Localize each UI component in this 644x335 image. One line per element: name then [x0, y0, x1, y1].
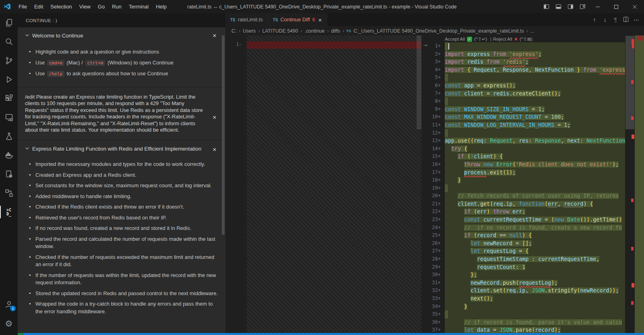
split-editor-icon[interactable] — [621, 17, 631, 23]
code-line[interactable] — [445, 97, 625, 105]
reject-x-icon[interactable]: × — [514, 36, 518, 42]
code-line[interactable]: const app = express(); — [445, 82, 625, 90]
search-icon[interactable] — [0, 32, 18, 51]
code-token: (( — [467, 138, 474, 144]
restore-button[interactable] — [607, 0, 625, 13]
run-debug-icon[interactable] — [0, 70, 18, 89]
next-change-icon[interactable]: ↓ — [600, 17, 610, 23]
line-number: 14+ — [421, 145, 445, 153]
code-line[interactable] — [445, 42, 625, 50]
code-line[interactable]: import { Request, Response, NextFunction… — [445, 66, 625, 74]
code-line[interactable]: } — [445, 303, 625, 311]
remote-indicator[interactable] — [18, 333, 24, 335]
code-line[interactable]: const WINDOW_SIZE_IN_HOURS = 1; — [445, 105, 625, 114]
left-pane-scrollbar[interactable] — [417, 35, 421, 129]
sidebar-scrollbar[interactable] — [222, 35, 225, 235]
title-bar: FileEditSelectionViewGoRunTerminalHelp r… — [0, 0, 644, 13]
code-line[interactable]: // if no record is found, create a new r… — [445, 224, 625, 232]
code-line[interactable]: if (record == null) { — [445, 232, 625, 240]
whitespace-toggle-icon[interactable]: ¶ — [610, 17, 621, 23]
breadcrumb-item[interactable]: diffs — [331, 28, 340, 34]
tab-ratelimit[interactable]: TS rateLimit.ts — [225, 13, 268, 26]
menu-run[interactable]: Run — [108, 4, 125, 10]
menu-go[interactable]: Go — [94, 4, 108, 10]
code-line[interactable]: const MAX_WINDOW_REQUEST_COUNT = 100; — [445, 113, 625, 121]
code-line[interactable]: next(); — [445, 295, 625, 303]
code-line[interactable] — [445, 129, 625, 137]
code-line[interactable]: const currentRequestTime = (new Date()).… — [445, 216, 625, 224]
code-line[interactable]: app.use((req: Request, res: Response, ne… — [445, 137, 625, 145]
breadcrumb-item[interactable]: Users — [243, 28, 256, 34]
close-icon[interactable]: × — [213, 147, 217, 153]
symbols-icon[interactable] — [0, 184, 18, 203]
more-actions-icon[interactable]: ⋯ — [631, 17, 642, 23]
code-line[interactable]: let requestLog = { — [445, 247, 625, 255]
breadcrumb-file[interactable]: C:_Users_LATITUDE 5490_OneDrive_Desktop_… — [353, 28, 524, 34]
chevron-down-icon[interactable] — [25, 146, 29, 151]
close-icon[interactable]: × — [213, 33, 217, 39]
chevron-down-icon[interactable] — [25, 33, 29, 37]
line-number: 15+ — [421, 153, 445, 161]
menu-selection[interactable]: Selection — [47, 4, 75, 10]
breadcrumb-item[interactable]: C: — [231, 28, 236, 34]
code-line[interactable]: }; — [445, 271, 625, 279]
code-line[interactable]: const client = redis.createClient(); — [445, 90, 625, 98]
code-line[interactable]: if (!client) { — [445, 153, 625, 161]
code-line[interactable]: import redis from 'redis'; — [445, 58, 625, 66]
code-line[interactable]: throw new Error('Redis client does not e… — [445, 161, 625, 169]
diff-original-pane[interactable]: 1- — [225, 35, 421, 333]
close-icon[interactable]: × — [213, 115, 217, 120]
close-window-button[interactable] — [625, 0, 644, 13]
reject-all-button[interactable]: Reject All — [493, 37, 512, 41]
breadcrumb-item[interactable]: .continue — [305, 28, 325, 34]
accept-check-icon[interactable]: ✓ — [467, 37, 472, 42]
accept-all-button[interactable]: Accept All — [445, 37, 465, 41]
source-control-icon[interactable] — [0, 51, 18, 70]
docker-icon[interactable] — [0, 146, 18, 165]
code-line[interactable]: requestCount: 1 — [445, 263, 625, 271]
settings-gear-icon[interactable]: ⚙ — [0, 314, 18, 333]
menu-edit[interactable]: Edit — [31, 4, 47, 10]
code-line[interactable]: // fetch records of current user using I… — [445, 192, 625, 200]
tab-continue-diff[interactable]: TS Continue Diff 6 × — [268, 13, 327, 26]
toggle-panel-icon[interactable] — [552, 0, 564, 13]
diff-change-arrow-icon[interactable]: → — [422, 41, 428, 48]
close-tab-icon[interactable]: × — [318, 17, 322, 23]
breadcrumb-item[interactable]: LATITUDE 5490 — [262, 28, 298, 34]
code-line[interactable]: let newRecord = []; — [445, 240, 625, 248]
code-line[interactable]: const WINDOW_LOG_INTERVAL_IN_HOURS = 1; — [445, 121, 625, 129]
remote-explorer-icon[interactable] — [0, 108, 18, 127]
diff-modified-pane[interactable]: Accept All ✓ (^⇧↵) | Reject All × (^⇧⊠) … — [421, 35, 644, 333]
menu-file[interactable]: File — [15, 4, 31, 10]
code-line[interactable]: newRecord.push(requestLog); — [445, 279, 625, 287]
code-line[interactable]: try { — [445, 145, 625, 153]
code-line[interactable]: // if record is found, parse it's value … — [445, 318, 625, 327]
explorer-icon[interactable] — [0, 13, 18, 32]
code-line[interactable]: client.set(req.ip, JSON.stringify(newRec… — [445, 287, 625, 295]
code-line[interactable]: if (err) throw err; — [445, 208, 625, 216]
codegen-settings-icon[interactable] — [0, 165, 18, 184]
code-line[interactable] — [445, 74, 625, 82]
testing-icon[interactable] — [0, 127, 18, 146]
minimize-button[interactable] — [588, 0, 607, 13]
code-line[interactable]: requestTimeStamp : currentRequestTime, — [445, 255, 625, 263]
code-line[interactable]: process.exit(1); — [445, 169, 625, 177]
code-line[interactable]: let data = JSON.parse(record); — [445, 326, 625, 333]
code-line[interactable] — [445, 310, 625, 318]
code-content[interactable]: import express from 'express';import red… — [445, 42, 625, 333]
code-line[interactable] — [445, 184, 625, 192]
previous-change-icon[interactable]: ↑ — [589, 17, 600, 23]
menu-view[interactable]: View — [76, 4, 94, 10]
code-line[interactable]: client.get(req.ip, function(err, record)… — [445, 200, 625, 208]
menu-help[interactable]: Help — [152, 4, 170, 10]
customize-layout-icon[interactable] — [576, 0, 588, 13]
continue-extension-icon[interactable]: >C D_ — [0, 203, 18, 221]
toggle-secondary-sidebar-icon[interactable] — [564, 0, 576, 13]
toggle-sidebar-icon[interactable] — [540, 0, 552, 13]
menu-terminal[interactable]: Terminal — [125, 4, 152, 10]
code-line[interactable]: } — [445, 176, 625, 184]
breadcrumb-more[interactable]: ... — [530, 28, 535, 34]
code-line[interactable]: import express from 'express'; — [445, 50, 625, 58]
accounts-icon[interactable]: 1 — [0, 295, 18, 314]
extensions-icon[interactable] — [0, 89, 18, 108]
